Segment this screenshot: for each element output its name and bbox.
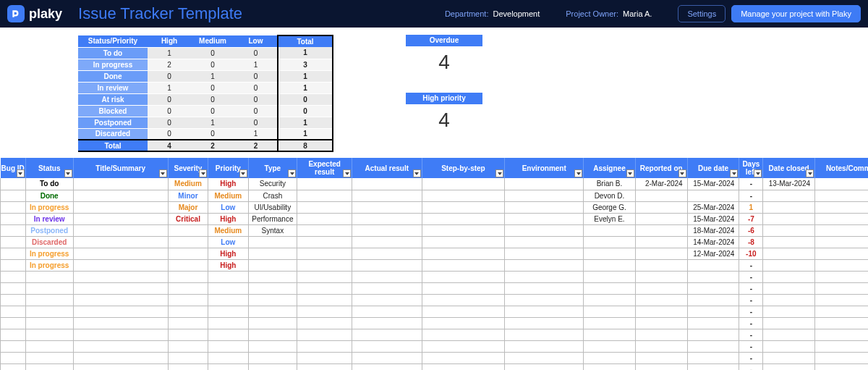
table-row[interactable]: DiscardedLow14-Mar-2024-8 — [1, 236, 869, 248]
filter-icon[interactable] — [626, 169, 634, 177]
filter-icon[interactable] — [730, 169, 738, 177]
grid-header-actual[interactable]: Actual result — [352, 158, 422, 178]
grid-cell-priority[interactable] — [208, 271, 248, 282]
grid-cell-due[interactable]: 25-Mar-2024 — [687, 201, 739, 213]
grid-cell-days_left[interactable]: -8 — [739, 236, 763, 248]
grid-cell-status[interactable]: Postponed — [25, 224, 73, 236]
grid-cell-closed[interactable] — [763, 224, 815, 236]
grid-cell-env[interactable] — [505, 363, 584, 370]
filter-icon[interactable] — [413, 169, 421, 177]
grid-header-title[interactable]: Title/Summary — [73, 158, 168, 178]
grid-cell-assignee[interactable]: Brian B. — [584, 178, 636, 190]
grid-cell-actual[interactable] — [352, 201, 422, 213]
grid-cell-expected[interactable] — [297, 224, 352, 236]
grid-cell-severity[interactable] — [168, 317, 208, 329]
grid-header-days_left[interactable]: Days left — [739, 158, 763, 178]
grid-cell-title[interactable] — [73, 340, 168, 352]
filter-icon[interactable] — [495, 169, 503, 177]
grid-cell-assignee[interactable] — [584, 340, 636, 352]
grid-cell-notes[interactable] — [815, 329, 868, 340]
table-row[interactable]: - — [1, 282, 869, 294]
grid-cell-type[interactable]: UI/Usability — [248, 201, 297, 213]
grid-cell-env[interactable] — [505, 224, 584, 236]
grid-cell-days_left[interactable]: - — [739, 190, 763, 201]
grid-cell-days_left[interactable]: 1 — [739, 201, 763, 213]
grid-cell-bug_id[interactable] — [1, 329, 26, 340]
grid-cell-type[interactable] — [248, 317, 297, 329]
grid-cell-env[interactable] — [505, 248, 584, 259]
grid-cell-env[interactable] — [505, 282, 584, 294]
grid-cell-status[interactable]: Discarded — [25, 236, 73, 248]
grid-cell-days_left[interactable]: - — [739, 282, 763, 294]
grid-cell-expected[interactable] — [297, 282, 352, 294]
grid-header-closed[interactable]: Date closed — [763, 158, 815, 178]
grid-cell-steps[interactable] — [422, 190, 505, 201]
grid-cell-env[interactable] — [505, 317, 584, 329]
grid-cell-steps[interactable] — [422, 271, 505, 282]
grid-cell-severity[interactable] — [168, 352, 208, 363]
table-row[interactable]: PostponedMediumSyntax18-Mar-2024-6 — [1, 224, 869, 236]
table-row[interactable]: - — [1, 340, 869, 352]
grid-cell-severity[interactable] — [168, 306, 208, 317]
grid-cell-severity[interactable] — [168, 282, 208, 294]
table-row[interactable]: - — [1, 363, 869, 370]
grid-cell-due[interactable] — [687, 340, 739, 352]
grid-header-expected[interactable]: Expected result — [297, 158, 352, 178]
grid-cell-severity[interactable]: Minor — [168, 190, 208, 201]
grid-cell-status[interactable] — [25, 282, 73, 294]
grid-cell-priority[interactable] — [208, 329, 248, 340]
grid-cell-bug_id[interactable] — [1, 201, 26, 213]
grid-cell-bug_id[interactable] — [1, 271, 26, 282]
grid-cell-due[interactable]: 15-Mar-2024 — [687, 178, 739, 190]
grid-cell-expected[interactable] — [297, 259, 352, 271]
grid-cell-bug_id[interactable] — [1, 178, 26, 190]
grid-cell-assignee[interactable]: George G. — [584, 201, 636, 213]
table-row[interactable]: - — [1, 271, 869, 282]
grid-cell-steps[interactable] — [422, 363, 505, 370]
grid-cell-days_left[interactable]: - — [739, 329, 763, 340]
grid-header-severity[interactable]: Severity — [168, 158, 208, 178]
filter-icon[interactable] — [343, 169, 351, 177]
grid-cell-reported[interactable] — [635, 271, 687, 282]
grid-cell-status[interactable] — [25, 329, 73, 340]
grid-cell-bug_id[interactable] — [1, 352, 26, 363]
grid-cell-severity[interactable] — [168, 329, 208, 340]
grid-cell-due[interactable]: 14-Mar-2024 — [687, 236, 739, 248]
grid-cell-bug_id[interactable] — [1, 190, 26, 201]
grid-cell-severity[interactable]: Critical — [168, 213, 208, 224]
filter-icon[interactable] — [199, 169, 207, 177]
grid-cell-notes[interactable] — [815, 178, 868, 190]
grid-cell-type[interactable] — [248, 329, 297, 340]
grid-cell-expected[interactable] — [297, 329, 352, 340]
grid-cell-closed[interactable] — [763, 236, 815, 248]
grid-cell-reported[interactable] — [635, 306, 687, 317]
grid-cell-reported[interactable] — [635, 259, 687, 271]
grid-cell-notes[interactable] — [815, 236, 868, 248]
grid-cell-expected[interactable] — [297, 190, 352, 201]
grid-cell-reported[interactable] — [635, 224, 687, 236]
grid-cell-status[interactable]: To do — [25, 178, 73, 190]
grid-cell-bug_id[interactable] — [1, 213, 26, 224]
grid-cell-steps[interactable] — [422, 294, 505, 306]
grid-cell-actual[interactable] — [352, 329, 422, 340]
grid-cell-bug_id[interactable] — [1, 340, 26, 352]
grid-cell-closed[interactable] — [763, 317, 815, 329]
grid-cell-closed[interactable] — [763, 363, 815, 370]
grid-cell-env[interactable] — [505, 259, 584, 271]
grid-cell-closed[interactable] — [763, 340, 815, 352]
grid-cell-bug_id[interactable] — [1, 306, 26, 317]
grid-cell-due[interactable]: 15-Mar-2024 — [687, 213, 739, 224]
grid-cell-reported[interactable] — [635, 329, 687, 340]
grid-cell-type[interactable] — [248, 259, 297, 271]
grid-cell-type[interactable] — [248, 306, 297, 317]
grid-cell-expected[interactable] — [297, 317, 352, 329]
grid-cell-priority[interactable]: High — [208, 248, 248, 259]
grid-cell-closed[interactable] — [763, 259, 815, 271]
grid-header-reported[interactable]: Reported on — [635, 158, 687, 178]
grid-cell-bug_id[interactable] — [1, 363, 26, 370]
grid-cell-expected[interactable] — [297, 340, 352, 352]
grid-header-status[interactable]: Status — [25, 158, 73, 178]
grid-cell-assignee[interactable]: Evelyn E. — [584, 213, 636, 224]
grid-cell-bug_id[interactable] — [1, 259, 26, 271]
grid-cell-reported[interactable] — [635, 363, 687, 370]
